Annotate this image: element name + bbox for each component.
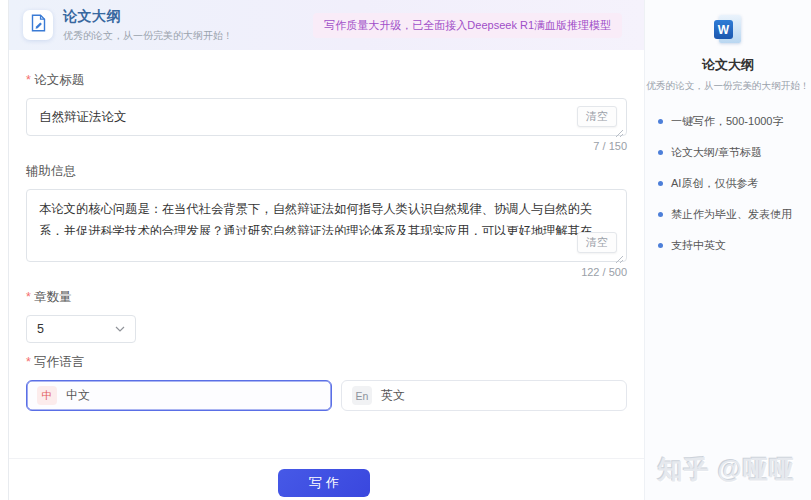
title-input[interactable] xyxy=(27,99,548,135)
header-titles: 论文大纲 优秀的论文，从一份完美的大纲开始！ xyxy=(63,8,233,43)
page-subtitle: 优秀的论文，从一份完美的大纲开始！ xyxy=(63,29,233,43)
page-title: 论文大纲 xyxy=(63,8,233,26)
resize-handle-icon[interactable] xyxy=(615,250,624,259)
info-clear-button[interactable]: 清空 xyxy=(577,232,617,253)
bullet-dot-icon xyxy=(658,119,663,124)
bullet-dot-icon xyxy=(658,243,663,248)
sidebar-title: 论文大纲 xyxy=(645,56,811,74)
feature-list: 一键写作，500-1000字 论文大纲/章节标题 AI原创，仅供参考 禁止作为毕… xyxy=(658,114,811,253)
footer-divider xyxy=(9,458,645,459)
sidebar-subtitle: 优秀的论文，从一份完美的大纲开始！ xyxy=(645,80,811,93)
feature-item: 一键写作，500-1000字 xyxy=(658,114,811,129)
main-panel: 论文大纲 优秀的论文，从一份完美的大纲开始！ 写作质量大升级，已全面接入Deep… xyxy=(8,0,644,500)
word-letter: W xyxy=(714,20,733,39)
resize-handle-icon[interactable] xyxy=(615,124,624,133)
chevron-down-icon xyxy=(115,326,125,332)
feature-item: 禁止作为毕业、发表使用 xyxy=(658,207,811,222)
bullet-dot-icon xyxy=(658,150,663,155)
word-document-icon: W xyxy=(712,15,744,45)
language-options: 中 中文 En 英文 xyxy=(26,380,627,411)
title-input-box: 清空 xyxy=(26,98,627,136)
chapters-field-label: 章数量 xyxy=(26,289,627,306)
bullet-dot-icon xyxy=(658,181,663,186)
feature-item: 支持中英文 xyxy=(658,238,811,253)
header: 论文大纲 优秀的论文，从一份完美的大纲开始！ 写作质量大升级，已全面接入Deep… xyxy=(9,0,644,50)
title-char-counter: 7 / 150 xyxy=(26,140,627,152)
english-badge: En xyxy=(352,386,372,405)
info-sidebar: W 论文大纲 优秀的论文，从一份完美的大纲开始！ 一键写作，500-1000字 … xyxy=(644,0,811,500)
language-option-chinese[interactable]: 中 中文 xyxy=(26,380,332,411)
info-textarea[interactable]: 本论文的核心问题是：在当代社会背景下，自然辩证法如何指导人类认识自然规律、协调人… xyxy=(27,190,616,235)
feature-item: 论文大纲/章节标题 xyxy=(658,145,811,160)
language-option-label: 中文 xyxy=(66,387,90,404)
chinese-badge: 中 xyxy=(37,386,57,405)
app-window: 论文大纲 优秀的论文，从一份完美的大纲开始！ 写作质量大升级，已全面接入Deep… xyxy=(0,0,811,500)
info-field-label: 辅助信息 xyxy=(26,163,627,180)
bullet-dot-icon xyxy=(658,212,663,217)
promo-banner: 写作质量大升级，已全面接入Deepseek R1满血版推理模型 xyxy=(313,13,622,38)
zhihu-watermark: 知乎 @哑哑 xyxy=(658,453,795,486)
feature-item: AI原创，仅供参考 xyxy=(658,176,811,191)
info-textarea-box: 本论文的核心问题是：在当代社会背景下，自然辩证法如何指导人类认识自然规律、协调人… xyxy=(26,189,627,262)
outline-form: 论文标题 清空 7 / 150 辅助信息 本论文的核心问题是：在当代社会背景下，… xyxy=(9,50,644,411)
chapter-count-select[interactable]: 5 xyxy=(26,315,136,343)
language-option-english[interactable]: En 英文 xyxy=(341,380,627,411)
app-logo xyxy=(23,10,53,40)
chapter-count-value: 5 xyxy=(37,322,44,336)
title-clear-button[interactable]: 清空 xyxy=(577,106,617,127)
title-field-label: 论文标题 xyxy=(26,72,627,89)
write-button[interactable]: 写作 xyxy=(278,469,370,497)
document-pen-icon xyxy=(30,14,47,36)
info-char-counter: 122 / 500 xyxy=(26,266,627,278)
language-field-label: 写作语言 xyxy=(26,354,627,371)
language-option-label: 英文 xyxy=(381,387,405,404)
